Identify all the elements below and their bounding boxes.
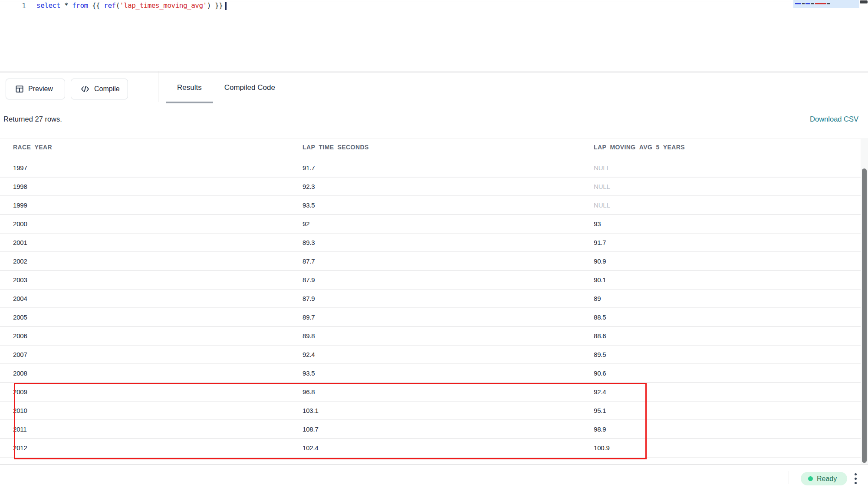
status-dot-icon	[808, 476, 813, 481]
table-row: 2010 103.1 95.1	[0, 402, 861, 420]
minimap-token	[802, 3, 805, 4]
code-token	[60, 1, 64, 10]
table-row: 2008 93.5 90.6	[0, 364, 861, 383]
cell-race-year: 2009	[13, 388, 27, 396]
compile-button[interactable]: Compile	[71, 79, 128, 99]
cell-race-year: 2004	[13, 295, 27, 302]
code-token: select	[36, 1, 60, 10]
cell-lap-moving-avg: 98.9	[594, 425, 606, 433]
cell-lap-moving-avg: 88.6	[594, 332, 606, 340]
column-header-race-year: RACE_YEAR	[13, 144, 52, 151]
code-line[interactable]: select * from {{ ref('lap_times_moving_a…	[36, 1, 227, 10]
cell-lap-moving-avg: NULL	[594, 201, 610, 209]
statusbar-separator	[789, 471, 789, 484]
tab-results[interactable]: Results	[166, 73, 213, 102]
status-badge: Ready	[801, 472, 847, 485]
table-row: 1998 92.3 NULL	[0, 178, 861, 196]
cell-lap-time-seconds: 108.7	[302, 425, 319, 433]
preview-button-label: Preview	[28, 85, 53, 93]
cell-race-year: 2008	[13, 369, 27, 377]
cell-lap-moving-avg: 92.4	[594, 388, 606, 396]
table-row: 2000 92 93	[0, 215, 861, 234]
status-bar: Ready	[0, 465, 868, 488]
cell-race-year: 2007	[13, 351, 27, 358]
code-icon	[81, 86, 89, 92]
table-row: 1999 93.5 NULL	[0, 196, 861, 215]
cell-lap-time-seconds: 92.4	[302, 351, 315, 358]
cell-lap-moving-avg: 89	[594, 295, 601, 302]
toolbar-divider	[158, 71, 158, 102]
results-tabs: ResultsCompiled Code	[166, 73, 286, 102]
cell-lap-time-seconds: 87.9	[302, 276, 315, 284]
results-toolbar: Preview Compile ResultsCompiled Code	[0, 73, 868, 102]
code-token: }}	[211, 1, 223, 10]
table-row: 2002 87.7 90.9	[0, 252, 861, 271]
dbt-ide-lower-pane: 1 select * from {{ ref('lap_times_moving…	[0, 0, 868, 488]
status-label: Ready	[817, 475, 837, 483]
cell-lap-time-seconds: 87.9	[302, 295, 315, 302]
column-header-lap-moving-avg: LAP_MOVING_AVG_5_YEARS	[594, 144, 685, 151]
kebab-menu-icon[interactable]	[852, 470, 858, 487]
cell-lap-time-seconds: 93.5	[302, 369, 315, 377]
table-row: 1997 91.7 NULL	[0, 159, 861, 178]
table-row: 2004 87.9 89	[0, 290, 861, 308]
cell-race-year: 2005	[13, 313, 27, 321]
cell-race-year: 2003	[13, 276, 27, 284]
cell-lap-moving-avg: 88.5	[594, 313, 606, 321]
code-token: from	[72, 1, 88, 10]
cell-lap-time-seconds: 89.3	[302, 239, 315, 246]
code-token: (	[116, 1, 120, 10]
table-body: 1997 91.7 NULL 1998 92.3 NULL 1999 93.5 …	[0, 159, 861, 458]
cell-lap-time-seconds: 92.3	[302, 183, 315, 190]
table-row: 2009 96.8 92.4	[0, 383, 861, 402]
cell-race-year: 1999	[13, 201, 27, 209]
cell-race-year: 2012	[13, 444, 27, 452]
preview-button[interactable]: Preview	[6, 79, 65, 99]
compile-button-label: Compile	[94, 85, 120, 93]
cell-lap-time-seconds: 103.1	[302, 407, 319, 414]
cell-lap-time-seconds: 102.4	[302, 444, 319, 452]
cell-lap-time-seconds: 89.7	[302, 313, 315, 321]
editor-minimap-slider[interactable]	[860, 0, 868, 3]
table-row: 2011 108.7 98.9	[0, 420, 861, 439]
table-row: 2007 92.4 89.5	[0, 346, 861, 364]
cell-lap-time-seconds: 91.7	[302, 164, 315, 171]
cell-lap-moving-avg: 91.7	[594, 239, 606, 246]
table-row: 2005 89.7 88.5	[0, 308, 861, 327]
table-row: 2006 89.8 88.6	[0, 327, 861, 346]
code-token	[68, 1, 72, 10]
code-token: 'lap_times_moving_avg'	[120, 1, 207, 10]
code-token: ref	[104, 1, 115, 10]
cell-lap-time-seconds: 93.5	[302, 201, 315, 209]
line-number: 1	[16, 2, 26, 10]
sql-editor[interactable]: 1 select * from {{ ref('lap_times_moving…	[0, 0, 868, 71]
minimap-code-line	[795, 3, 861, 4]
table-row: 2012 102.4 100.9	[0, 439, 861, 458]
minimap-token	[806, 3, 810, 4]
tab-compiled-code[interactable]: Compiled Code	[213, 73, 286, 102]
table-header: RACE_YEAR LAP_TIME_SECONDS LAP_MOVING_AV…	[0, 138, 861, 157]
cell-lap-time-seconds: 87.7	[302, 257, 315, 265]
cell-race-year: 2006	[13, 332, 27, 340]
download-csv-link[interactable]: Download CSV	[810, 115, 858, 123]
row-count-summary: Returned 27 rows.	[3, 115, 62, 123]
minimap-token	[811, 3, 814, 4]
minimap-token	[827, 3, 830, 4]
cell-race-year: 2002	[13, 257, 27, 265]
cell-lap-moving-avg: 100.9	[594, 444, 610, 452]
cell-lap-time-seconds: 92	[302, 220, 309, 228]
cell-lap-moving-avg: 90.9	[594, 257, 606, 265]
table-grid-icon	[16, 85, 23, 93]
scrollbar-thumb[interactable]	[862, 168, 867, 463]
column-header-lap-time-seconds: LAP_TIME_SECONDS	[302, 144, 369, 151]
cell-race-year: 2001	[13, 239, 27, 246]
cell-lap-moving-avg: 90.6	[594, 369, 606, 377]
cell-lap-moving-avg: 93	[594, 220, 601, 228]
cell-race-year: 1997	[13, 164, 27, 171]
cell-race-year: 2010	[13, 407, 27, 414]
cell-lap-time-seconds: 89.8	[302, 332, 315, 340]
cell-lap-moving-avg: NULL	[594, 164, 610, 171]
table-row: 2001 89.3 91.7	[0, 234, 861, 252]
editor-minimap[interactable]	[793, 0, 859, 8]
cell-lap-moving-avg: NULL	[594, 183, 610, 190]
